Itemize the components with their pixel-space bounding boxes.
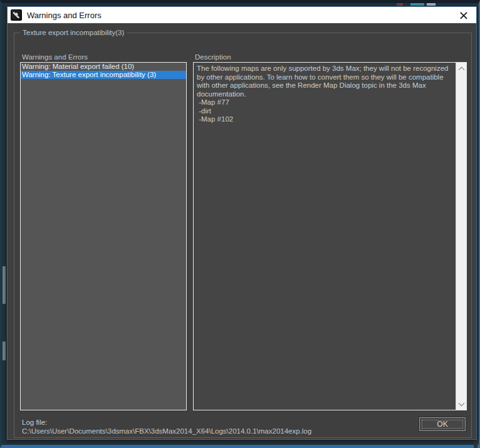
- list-item-selected[interactable]: Warning: Texture export incompatibility …: [21, 71, 186, 79]
- 3dsmax-app-icon: [11, 9, 22, 21]
- description-text: The following maps are only supported by…: [194, 63, 456, 410]
- dialog-title: Warnings and Errors: [27, 11, 102, 20]
- warnings-list-label: Warnings and Errors: [22, 53, 88, 61]
- map-entry: -Map #77: [197, 98, 453, 107]
- map-entry: -dirt: [197, 107, 453, 116]
- warnings-errors-dialog: Warnings and Errors × Texture export inc…: [7, 6, 477, 440]
- list-item[interactable]: Warning: Material export failed (10): [21, 63, 186, 71]
- background-artifact: [3, 266, 6, 304]
- background-artifact: [397, 3, 403, 6]
- close-icon[interactable]: ×: [451, 7, 476, 23]
- texture-export-groupbox: Texture export incompatibility(3) Warnin…: [14, 33, 472, 438]
- background-artifact: [427, 3, 436, 6]
- background-artifact: [3, 341, 6, 360]
- groupbox-title: Texture export incompatibility(3): [20, 29, 127, 36]
- map-entry: -Map #102: [197, 115, 453, 124]
- desktop-background: Warnings and Errors × Texture export inc…: [0, 0, 480, 448]
- description-scrollbar[interactable]: [456, 63, 466, 410]
- description-box: The following maps are only supported by…: [193, 62, 467, 410]
- log-file-label: Log file:: [22, 419, 47, 426]
- ok-button[interactable]: OK: [419, 417, 466, 431]
- log-file-path: C:\Users\User\Documents\3dsmax\FBX\3dsMa…: [22, 427, 423, 435]
- description-label: Description: [195, 53, 231, 61]
- scroll-down-icon[interactable]: [456, 399, 466, 410]
- description-paragraph: The following maps are only supported by…: [197, 65, 453, 98]
- scroll-up-icon[interactable]: [456, 63, 466, 73]
- ok-button-label: OK: [422, 420, 463, 429]
- background-artifact: [410, 3, 424, 6]
- warnings-listbox[interactable]: Warning: Material export failed (10) War…: [20, 62, 187, 410]
- dialog-titlebar[interactable]: Warnings and Errors ×: [8, 7, 476, 23]
